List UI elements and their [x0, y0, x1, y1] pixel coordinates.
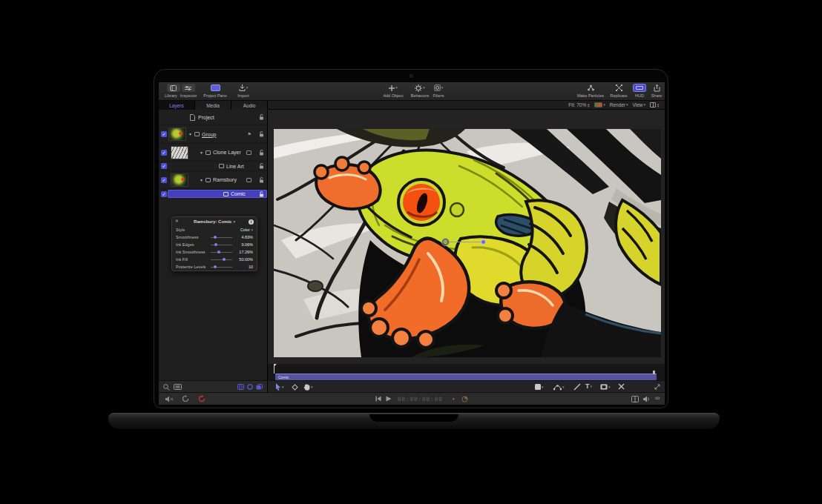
- layer-row-comic-selected[interactable]: ✓ Comic: [159, 189, 268, 199]
- search-filter-icon[interactable]: [163, 384, 170, 391]
- ramsbury-badge-icon[interactable]: [246, 178, 251, 182]
- comic-checkbox[interactable]: ✓: [161, 191, 167, 197]
- lock-icon[interactable]: [259, 163, 264, 169]
- share-button[interactable]: Share: [650, 84, 663, 98]
- timecode-chevron-icon[interactable]: ▾: [453, 397, 455, 401]
- hud-close-icon[interactable]: ✕: [175, 219, 179, 224]
- zoom-stepper-icon[interactable]: ▲▼: [587, 103, 590, 107]
- line-art-checkbox[interactable]: ✓: [161, 163, 167, 169]
- frog-comic-image[interactable]: ⚙: [274, 129, 661, 357]
- timeline-expand-control[interactable]: [654, 383, 661, 391]
- lock-icon[interactable]: [259, 177, 264, 183]
- keyframes-toggle-icon[interactable]: [256, 384, 263, 390]
- style-value-popup[interactable]: Color ▾: [234, 228, 253, 232]
- audio-timeline-toggle-icon[interactable]: [247, 384, 253, 390]
- group-disclosure-icon[interactable]: ▼: [188, 132, 192, 136]
- ramsbury-checkbox[interactable]: ✓: [161, 177, 167, 183]
- play-button-icon[interactable]: [386, 396, 392, 402]
- preview-frame-icon[interactable]: [174, 384, 182, 390]
- playhead[interactable]: [274, 364, 274, 374]
- flag-icon[interactable]: ⚑: [248, 132, 251, 136]
- timeline-clip-bar[interactable]: Comic: [275, 374, 657, 380]
- tab-audio[interactable]: Audio: [231, 101, 268, 110]
- onscreen-filter-control[interactable]: ⚙: [441, 236, 493, 249]
- lock-icon[interactable]: [259, 114, 264, 120]
- text-tool[interactable]: T ▾: [585, 382, 592, 390]
- mute-icon[interactable]: [165, 396, 174, 402]
- ink-fill-value[interactable]: 50.00%: [234, 257, 253, 262]
- select-transform-tool[interactable]: ▾: [275, 383, 284, 391]
- smoothness-value[interactable]: 4.83%: [234, 235, 253, 239]
- osc-gear-handle[interactable]: ⚙: [441, 238, 450, 246]
- ramsbury-disclosure-icon[interactable]: ▼: [200, 178, 203, 182]
- ramsbury-thumbnail[interactable]: [171, 173, 188, 187]
- loop-playback-icon[interactable]: [182, 395, 189, 402]
- add-object-button[interactable]: ▾ Add Object: [380, 84, 407, 98]
- layer-row-project[interactable]: Project: [159, 110, 268, 125]
- video-timeline-toggle-icon[interactable]: [237, 384, 244, 390]
- loop-infinity-icon[interactable]: ∞: [655, 394, 660, 402]
- play-range-loop-icon[interactable]: [198, 395, 206, 402]
- filters-button[interactable]: ▾ Filters: [429, 84, 448, 98]
- group-thumbnail[interactable]: [168, 127, 186, 141]
- ink-edges-slider-thumb[interactable]: [214, 243, 217, 246]
- inspector-button[interactable]: [182, 84, 195, 92]
- import-button[interactable]: ▾ Import: [233, 84, 254, 98]
- line-tool[interactable]: [573, 383, 581, 391]
- viewer-layout-control[interactable]: ▲▼: [650, 102, 660, 107]
- bezier-tool[interactable]: ▾: [553, 383, 565, 391]
- lock-icon[interactable]: [259, 131, 264, 137]
- replicate-button[interactable]: Replicate: [607, 84, 631, 98]
- viewer-canvas[interactable]: ⚙: [268, 110, 665, 364]
- ink-smoothness-slider-thumb[interactable]: [217, 251, 220, 253]
- layer-row-line-art[interactable]: ✓ Line Art: [159, 162, 268, 171]
- out-point-marker[interactable]: [653, 371, 655, 374]
- image-mask-tool[interactable]: ▾: [600, 384, 611, 390]
- mini-timeline[interactable]: Comic: [268, 364, 665, 380]
- clone-layer-disclosure-icon[interactable]: ▼: [200, 150, 203, 155]
- duration-toggle-icon[interactable]: [461, 396, 468, 402]
- clone-layer-checkbox[interactable]: ✓: [161, 150, 167, 156]
- lock-icon[interactable]: [259, 150, 264, 156]
- layout-stepper-icon: ▲▼: [657, 103, 660, 107]
- render-popup[interactable]: Render ▾: [610, 102, 628, 107]
- view-popup[interactable]: View ▾: [633, 102, 646, 107]
- ink-fill-slider-thumb[interactable]: [223, 258, 226, 261]
- layer-row-ramsbury[interactable]: ✓ ▼ Ramsbury: [159, 171, 268, 189]
- ink-edges-value[interactable]: 9.06%: [234, 242, 253, 247]
- mask-x-tool[interactable]: [618, 383, 625, 390]
- audio-volume-icon[interactable]: [643, 396, 651, 402]
- make-particles-button[interactable]: Make Particles: [574, 84, 607, 98]
- clone-badge-icon[interactable]: [246, 150, 251, 155]
- ink-edges-slider[interactable]: [211, 245, 232, 245]
- tab-layers[interactable]: Layers: [159, 101, 195, 110]
- ink-smoothness-slider[interactable]: [211, 252, 232, 253]
- timecode-display[interactable]: 00:00:00:00: [398, 396, 443, 402]
- layer-row-clone-layer[interactable]: ✓ ▼ Clone Layer: [159, 144, 268, 162]
- ink-smoothness-value[interactable]: 17.26%: [234, 250, 253, 254]
- pan-tool[interactable]: ▾: [303, 383, 313, 391]
- tab-media[interactable]: Media: [195, 101, 231, 110]
- adjust-item-tool[interactable]: [292, 384, 298, 391]
- group-checkbox[interactable]: ✓: [161, 131, 167, 137]
- lock-icon[interactable]: [259, 191, 264, 197]
- channels-popup[interactable]: ▾: [594, 102, 605, 107]
- zoom-level-control[interactable]: Fit: 70% ▲▼: [568, 102, 590, 107]
- posterize-levels-slider[interactable]: [211, 267, 232, 268]
- hud-button[interactable]: HUD: [631, 84, 648, 98]
- clone-layer-thumbnail[interactable]: [171, 146, 188, 159]
- ink-fill-slider[interactable]: [211, 259, 232, 260]
- smoothness-slider[interactable]: [211, 237, 232, 238]
- shape-tool[interactable]: ▾: [535, 384, 544, 390]
- film-frame-icon[interactable]: [631, 396, 639, 402]
- smoothness-slider-thumb[interactable]: [214, 236, 217, 239]
- layer-row-group[interactable]: ✓ ▼ Group ⚑: [159, 125, 268, 144]
- osc-center-handle[interactable]: [481, 239, 486, 245]
- posterize-levels-value[interactable]: 10: [234, 265, 253, 269]
- go-to-start-icon[interactable]: [375, 396, 381, 402]
- hud-info-icon[interactable]: i: [249, 219, 254, 225]
- posterize-levels-slider-thumb[interactable]: [214, 265, 217, 268]
- project-pane-button[interactable]: Project Pane: [202, 84, 228, 98]
- hud-title-bar[interactable]: ✕ Ramsbury: Comic ▾ i: [172, 217, 257, 226]
- library-button[interactable]: [167, 84, 180, 92]
